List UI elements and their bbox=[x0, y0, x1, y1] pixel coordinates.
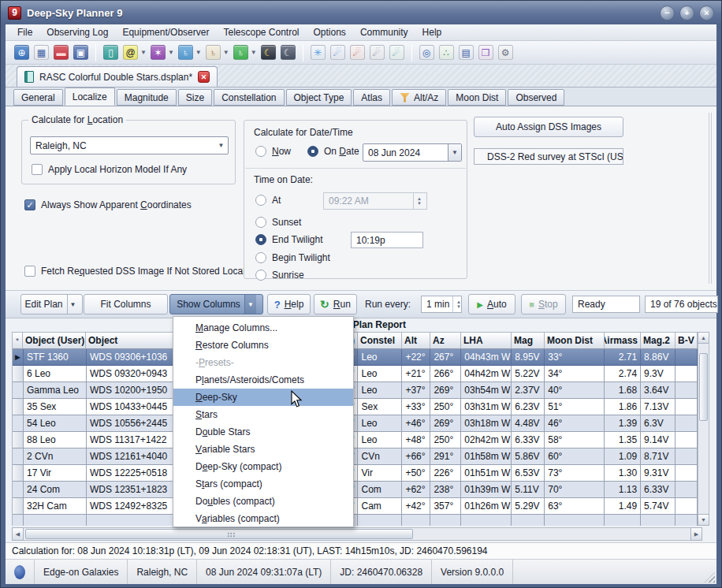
table-row[interactable] bbox=[13, 515, 698, 526]
cell-az[interactable] bbox=[430, 515, 461, 526]
stop-button[interactable]: ■ Stop bbox=[521, 294, 566, 314]
title-bar[interactable]: 9 Deep-Sky Planner 9 −+× bbox=[1, 1, 721, 24]
cell-airmass[interactable]: 1.35 bbox=[605, 432, 641, 448]
column-header-moon-dist[interactable]: Moon Dist bbox=[545, 332, 605, 349]
menu-equipment-observer[interactable]: Equipment/Observer bbox=[115, 25, 216, 39]
table-row[interactable]: 88 LeoWDS 11317+14222"Leo+48°250°02h42m … bbox=[13, 432, 698, 448]
row-header[interactable] bbox=[13, 366, 24, 382]
tab-general[interactable]: General bbox=[13, 89, 63, 106]
chevron-down-icon[interactable]: ▼ bbox=[244, 295, 256, 314]
table-row[interactable]: 35 SexWDS 10433+04452"Sex+33°250°03h31m … bbox=[13, 399, 698, 415]
cell-airmass[interactable]: 1.13 bbox=[605, 482, 641, 498]
chevron-down-icon[interactable]: ▼ bbox=[67, 295, 79, 314]
dropdown-arrow-icon[interactable]: ▼ bbox=[223, 49, 229, 56]
menu-item-stars-compact[interactable]: Stars (compact) bbox=[173, 475, 353, 493]
cell-mag-2[interactable]: 6.3V bbox=[641, 415, 675, 432]
save-icon[interactable]: ▣ bbox=[73, 45, 88, 60]
menu-item-variables-compact[interactable]: Variables (compact) bbox=[173, 510, 353, 527]
menu-observing-log[interactable]: Observing Log bbox=[39, 25, 115, 39]
row-header[interactable] bbox=[13, 448, 24, 465]
cell-airmass[interactable]: 1.49 bbox=[605, 498, 641, 515]
cell-alt[interactable]: +62° bbox=[402, 482, 430, 498]
table-row[interactable]: 6 LeoWDS 09320+09432"Leo+21°266°04h42m W… bbox=[13, 366, 698, 382]
ledger-icon[interactable]: ▤ bbox=[459, 45, 474, 60]
help-button[interactable]: ? Help bbox=[267, 294, 311, 314]
book-icon[interactable]: ❒ bbox=[478, 45, 493, 60]
cell-object-user[interactable]: 17 Vir bbox=[24, 465, 87, 482]
cell-mag-2[interactable]: 8.71V bbox=[641, 448, 675, 465]
row-header[interactable] bbox=[13, 382, 24, 399]
cell-lha[interactable]: 04h42m W bbox=[461, 366, 512, 382]
cell-mag[interactable]: 2.37V bbox=[512, 382, 545, 399]
cell-lha[interactable]: 01h39m W bbox=[461, 482, 512, 498]
column-header-object-user[interactable]: Object (User) bbox=[23, 332, 86, 349]
scroll-up-icon[interactable]: ▲ bbox=[698, 332, 709, 344]
tab-object-type[interactable]: Object Type bbox=[286, 89, 352, 106]
cell-mag-2[interactable]: 3.64V bbox=[641, 382, 675, 399]
cell-lha[interactable]: 03h31m W bbox=[461, 399, 512, 415]
cell-object-user[interactable]: 35 Sex bbox=[24, 399, 87, 415]
cell-b-v[interactable] bbox=[675, 482, 698, 498]
cell-mag-2[interactable]: 6.33V bbox=[641, 482, 675, 498]
column-header-alt[interactable]: Alt bbox=[402, 332, 430, 349]
cell-airmass[interactable]: 1.30 bbox=[605, 465, 641, 482]
cell-object-user[interactable]: STF 1360 bbox=[24, 349, 87, 366]
chevron-down-icon[interactable]: ▼ bbox=[448, 144, 461, 161]
menu-item-stars[interactable]: Stars bbox=[173, 406, 353, 423]
auto-assign-dss-button[interactable]: Auto Assign DSS Images bbox=[474, 117, 623, 137]
cell-mag[interactable]: 6.53V bbox=[512, 465, 545, 482]
cell-az[interactable]: 250° bbox=[430, 432, 461, 448]
minimize-button[interactable]: − bbox=[660, 6, 675, 20]
cell-alt[interactable]: +22° bbox=[402, 349, 430, 366]
cell-mag[interactable]: 5.11V bbox=[512, 482, 545, 498]
column-header-constel[interactable]: Constel bbox=[358, 332, 402, 349]
cell-airmass[interactable]: 1.68 bbox=[605, 382, 641, 399]
cell-airmass[interactable]: 2.74 bbox=[605, 366, 641, 382]
planet-icon[interactable]: ♄ bbox=[206, 45, 221, 60]
cell-mag-2[interactable]: 9.14V bbox=[641, 432, 675, 448]
cell-airmass[interactable]: 1.39 bbox=[605, 415, 641, 432]
cell-object-user[interactable]: 54 Leo bbox=[24, 415, 87, 432]
menu-options[interactable]: Options bbox=[307, 25, 353, 39]
menu-item-deep-sky[interactable]: Deep-Sky bbox=[173, 389, 353, 406]
cell-object-user[interactable]: 6 Leo bbox=[24, 366, 87, 382]
resize-grip[interactable] bbox=[705, 572, 715, 582]
menu-community[interactable]: Community bbox=[353, 25, 415, 39]
table-row[interactable]: 17 VirWDS 12225+05184"Vir+50°226°01h51m … bbox=[13, 465, 698, 482]
moon-set-icon[interactable]: ☾ bbox=[261, 45, 276, 60]
fetch-dss-checkbox[interactable] bbox=[24, 266, 35, 277]
cell-moon-dist[interactable]: 51° bbox=[545, 399, 605, 415]
cell-az[interactable]: 250° bbox=[430, 399, 461, 415]
begin-twilight-radio[interactable] bbox=[255, 252, 266, 263]
settings-gear-icon[interactable]: ⚙ bbox=[498, 45, 513, 60]
horizon-checkbox-row[interactable]: Apply Local Horizon Model If Any bbox=[32, 164, 187, 175]
cell-object-user[interactable]: Gamma Leo bbox=[24, 382, 87, 399]
cell-az[interactable]: 269° bbox=[430, 382, 461, 399]
star-icon[interactable]: ✶ bbox=[151, 45, 166, 60]
cell-alt[interactable]: +33° bbox=[402, 399, 430, 415]
catalog-grid-icon[interactable]: ▦ bbox=[34, 45, 49, 60]
column-header-airmass[interactable]: Airmass bbox=[605, 332, 641, 349]
column-header-az[interactable]: Az bbox=[430, 332, 461, 349]
cell-constel[interactable]: Leo bbox=[358, 382, 402, 399]
vertical-scrollbar[interactable]: ▲ ▼ bbox=[698, 332, 709, 526]
cell-mag[interactable]: 8.95V bbox=[512, 349, 545, 366]
dropdown-arrow-icon[interactable]: ▼ bbox=[251, 49, 257, 56]
cell-b-v[interactable] bbox=[675, 498, 698, 515]
cell-airmass[interactable]: 2.71 bbox=[605, 349, 641, 366]
cell-alt[interactable]: +66° bbox=[402, 448, 430, 465]
row-header[interactable] bbox=[13, 399, 24, 415]
auto-button[interactable]: ▶ Auto bbox=[468, 294, 515, 314]
row-header[interactable]: ▶ bbox=[13, 349, 24, 366]
cell-mag[interactable]: 4.48V bbox=[512, 415, 545, 432]
cell-lha[interactable]: 03h54m W bbox=[461, 382, 512, 399]
cell-b-v[interactable] bbox=[675, 415, 698, 432]
hierarchy-icon[interactable]: ∴ bbox=[439, 45, 454, 60]
menu-help[interactable]: Help bbox=[415, 25, 449, 39]
cell-object-user[interactable]: 2 CVn bbox=[24, 448, 87, 465]
cell-az[interactable]: 226° bbox=[430, 465, 461, 482]
cell-mag-2[interactable] bbox=[641, 515, 675, 526]
cell-moon-dist[interactable]: 70° bbox=[545, 482, 605, 498]
cell-airmass[interactable] bbox=[605, 515, 641, 526]
cell-airmass[interactable]: 1.86 bbox=[605, 399, 641, 415]
